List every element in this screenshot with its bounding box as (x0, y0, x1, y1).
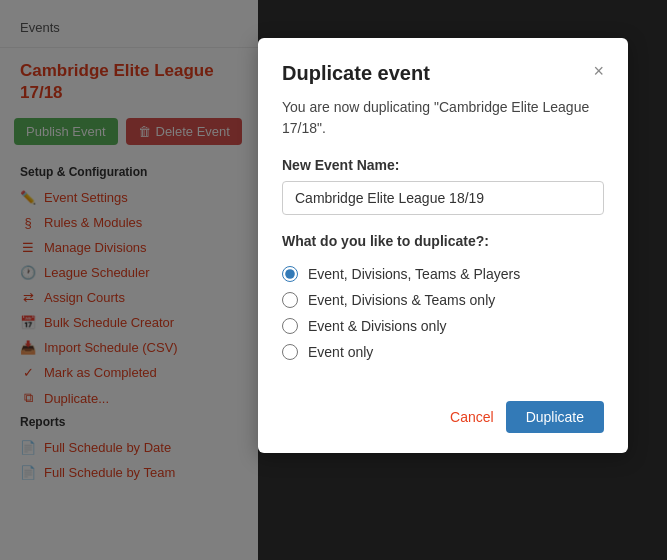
radio-option[interactable]: Event, Divisions & Teams only (282, 287, 604, 313)
new-event-name-input[interactable] (282, 181, 604, 215)
close-button[interactable]: × (593, 62, 604, 80)
radio-label: Event & Divisions only (308, 318, 447, 334)
radio-input[interactable] (282, 318, 298, 334)
modal-title: Duplicate event (282, 62, 430, 85)
radio-input[interactable] (282, 266, 298, 282)
radio-label: Event, Divisions, Teams & Players (308, 266, 520, 282)
modal-header: Duplicate event × (282, 62, 604, 85)
modal-footer: Cancel Duplicate (282, 385, 604, 433)
duplicate-button[interactable]: Duplicate (506, 401, 604, 433)
cancel-button[interactable]: Cancel (450, 409, 494, 425)
modal-description: You are now duplicating "Cambridge Elite… (282, 97, 604, 139)
duplicate-event-modal: Duplicate event × You are now duplicatin… (258, 38, 628, 453)
radio-option[interactable]: Event only (282, 339, 604, 365)
radio-group-label: What do you like to duplicate?: (282, 233, 604, 249)
radio-input[interactable] (282, 344, 298, 360)
radio-label: Event, Divisions & Teams only (308, 292, 495, 308)
radio-option[interactable]: Event & Divisions only (282, 313, 604, 339)
radio-label: Event only (308, 344, 373, 360)
radio-option[interactable]: Event, Divisions, Teams & Players (282, 261, 604, 287)
new-name-label: New Event Name: (282, 157, 604, 173)
radio-options: Event, Divisions, Teams & PlayersEvent, … (282, 261, 604, 365)
radio-input[interactable] (282, 292, 298, 308)
